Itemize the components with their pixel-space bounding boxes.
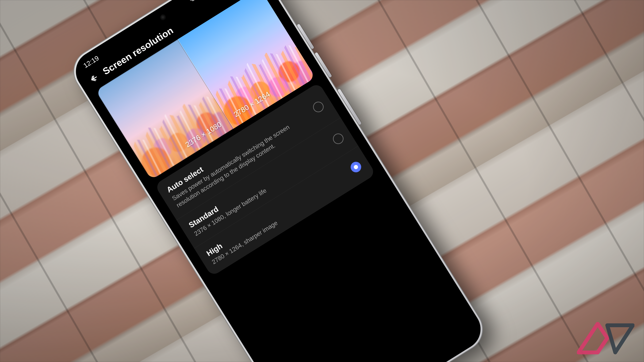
svg-marker-6: [578, 324, 607, 353]
watermark-logo: [577, 322, 634, 357]
radio-standard[interactable]: [331, 131, 346, 146]
back-button[interactable]: [87, 71, 101, 85]
svg-marker-7: [607, 325, 633, 353]
radio-high[interactable]: [349, 160, 363, 174]
radio-auto-select[interactable]: [311, 100, 326, 114]
vibrate-icon: [188, 0, 196, 3]
